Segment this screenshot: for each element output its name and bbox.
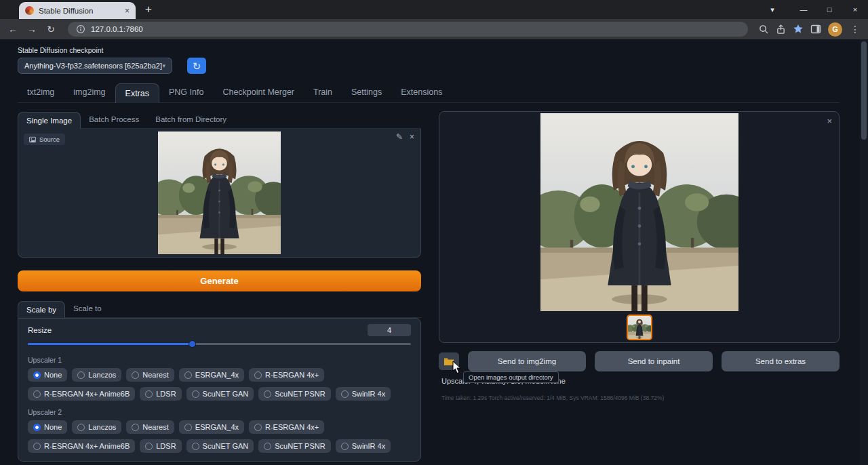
upscaler1-option-ldsr[interactable]: LDSR: [140, 387, 181, 401]
mode-tab-batch-from-directory[interactable]: Batch from Directory: [147, 111, 235, 128]
profile-avatar[interactable]: G: [828, 22, 842, 37]
mode-tab-batch-process[interactable]: Batch Process: [81, 111, 147, 128]
upscaler-options-row: NoneLanczosNearestESRGAN_4xR-ESRGAN 4x+R…: [28, 420, 411, 453]
upscaler2-option-r-esrgan-4x[interactable]: R-ESRGAN 4x+: [249, 420, 324, 434]
radio-icon: [184, 371, 192, 379]
upscaler1-option-lanczos[interactable]: Lanczos: [72, 368, 121, 382]
close-preview-icon[interactable]: ×: [827, 116, 832, 126]
result-thumbnail-image: [628, 316, 651, 339]
upscaler2-option-none[interactable]: None: [28, 420, 67, 434]
upscaler-section-1: Upscaler 1NoneLanczosNearestESRGAN_4xR-E…: [28, 356, 411, 401]
radio-icon: [145, 390, 153, 398]
tab-search-chevron-icon[interactable]: ▾: [760, 0, 785, 19]
scale-settings-panel: Resize 4 Upscaler 1NoneLanczosNearestESR…: [18, 318, 421, 462]
forward-button[interactable]: →: [26, 24, 38, 35]
upscaler1-option-r-esrgan-4x[interactable]: R-ESRGAN 4x+: [249, 368, 324, 382]
slider-thumb[interactable]: [189, 340, 196, 348]
generate-button[interactable]: Generate: [18, 270, 421, 291]
extras-output-column: × Send to img2imgSe: [439, 111, 840, 401]
side-panel-icon[interactable]: [810, 24, 821, 35]
upscaler-option-label: SwinIR 4x: [352, 442, 386, 450]
upscaler-groups: Upscaler 1NoneLanczosNearestESRGAN_4xR-E…: [28, 356, 411, 453]
site-info-icon[interactable]: [76, 24, 85, 34]
upscaler2-option-ldsr[interactable]: LDSR: [140, 439, 181, 453]
upscaler1-option-esrgan-4x[interactable]: ESRGAN_4x: [179, 368, 244, 382]
result-thumbnail[interactable]: [627, 315, 652, 340]
resize-label: Resize: [28, 326, 52, 334]
resize-slider[interactable]: [28, 340, 411, 348]
clear-image-icon[interactable]: ×: [410, 132, 414, 142]
source-chip: Source: [24, 134, 65, 145]
upscaler-option-label: LDSR: [156, 390, 176, 398]
tab-close-icon[interactable]: ×: [125, 6, 130, 16]
upscaler1-option-scunet-psnr[interactable]: ScuNET PSNR: [258, 387, 330, 401]
result-gallery: ×: [439, 111, 840, 343]
upscaler1-option-none[interactable]: None: [28, 368, 67, 382]
upscaler-section-2: Upscaler 2NoneLanczosNearestESRGAN_4xR-E…: [28, 408, 411, 453]
send-to-img2img-button[interactable]: Send to img2img: [468, 351, 586, 371]
browser-tab[interactable]: Stable Diffusion ×: [19, 2, 136, 19]
upscaler1-option-r-esrgan-4x-anime6b[interactable]: R-ESRGAN 4x+ Anime6B: [28, 387, 135, 401]
upscaler-option-label: ESRGAN_4x: [195, 371, 239, 379]
upscaler1-option-nearest[interactable]: Nearest: [126, 368, 174, 382]
refresh-checkpoint-button[interactable]: ↻: [187, 58, 206, 74]
upscaler-option-label: R-ESRGAN 4x+ Anime6B: [44, 390, 130, 398]
url-bar[interactable]: 127.0.0.1:7860: [68, 22, 748, 37]
send-to-inpaint-button[interactable]: Send to inpaint: [595, 351, 713, 371]
scale-tab-scale-to[interactable]: Scale to: [65, 300, 110, 317]
upscaler1-option-scunet-gan[interactable]: ScuNET GAN: [186, 387, 254, 401]
scale-tab-scale-by[interactable]: Scale by: [18, 301, 65, 318]
tab-checkpoint-merger[interactable]: Checkpoint Merger: [213, 83, 304, 102]
window-minimize-button[interactable]: —: [791, 0, 816, 19]
browser-toolbar: ← → ↻ 127.0.0.1:7860 G ⋮: [0, 19, 868, 39]
checkpoint-dropdown[interactable]: Anything-V3-fp32.safetensors [625a2ba2] …: [18, 58, 172, 74]
upscaler2-option-swinir-4x[interactable]: SwinIR 4x: [336, 439, 391, 453]
send-to-extras-button[interactable]: Send to extras: [722, 351, 840, 371]
result-image[interactable]: [540, 113, 738, 311]
tab-png-info[interactable]: PNG Info: [159, 83, 213, 102]
tab-extensions[interactable]: Extensions: [391, 83, 452, 102]
radio-checked-icon: [33, 424, 41, 431]
tab-train[interactable]: Train: [304, 83, 342, 102]
window-maximize-button[interactable]: □: [816, 0, 842, 19]
upscaler1-option-swinir-4x[interactable]: SwinIR 4x: [336, 387, 391, 401]
upscaler-option-label: R-ESRGAN 4x+ Anime6B: [44, 442, 130, 450]
mode-tab-single-image[interactable]: Single Image: [18, 112, 81, 129]
radio-icon: [145, 443, 153, 450]
bookmark-star-icon[interactable]: [793, 24, 804, 35]
upscaler2-option-scunet-gan[interactable]: ScuNET GAN: [186, 439, 254, 453]
resize-value-input[interactable]: 4: [368, 324, 411, 336]
favicon-icon: [25, 6, 34, 15]
upscaler-option-label: ESRGAN_4x: [195, 423, 239, 431]
upscaler-section-label: Upscaler 1: [28, 356, 411, 364]
share-icon[interactable]: [776, 24, 786, 35]
scrollbar-thumb[interactable]: [861, 41, 867, 140]
radio-icon: [77, 371, 85, 379]
radio-icon: [264, 443, 271, 450]
radio-icon: [184, 424, 192, 431]
reload-button[interactable]: ↻: [45, 24, 57, 35]
tab-txt2img[interactable]: txt2img: [18, 83, 64, 102]
result-actions: Send to img2imgSend to inpaintSend to ex…: [439, 351, 840, 371]
upscaler2-option-lanczos[interactable]: Lanczos: [72, 420, 121, 434]
tab-img2img[interactable]: img2img: [64, 83, 115, 102]
upscaler-option-label: ScuNET PSNR: [275, 442, 325, 450]
zoom-icon[interactable]: [759, 24, 769, 35]
page-scrollbar[interactable]: [860, 39, 868, 465]
radio-icon: [341, 443, 349, 450]
tab-extras[interactable]: Extras: [115, 83, 159, 103]
radio-icon: [264, 390, 271, 398]
source-image-area[interactable]: Source ✎ ×: [18, 129, 421, 258]
edit-image-icon[interactable]: ✎: [396, 132, 403, 142]
upscaler2-option-esrgan-4x[interactable]: ESRGAN_4x: [179, 420, 244, 434]
upscaler2-option-r-esrgan-4x-anime6b[interactable]: R-ESRGAN 4x+ Anime6B: [28, 439, 135, 453]
radio-icon: [192, 390, 199, 398]
window-close-button[interactable]: ×: [842, 0, 868, 19]
upscaler2-option-nearest[interactable]: Nearest: [126, 420, 174, 434]
back-button[interactable]: ←: [7, 24, 19, 35]
menu-kebab-icon[interactable]: ⋮: [849, 24, 861, 35]
folder-tooltip: Open images output directory: [463, 371, 559, 383]
new-tab-button[interactable]: +: [145, 3, 152, 16]
upscaler2-option-scunet-psnr[interactable]: ScuNET PSNR: [258, 439, 330, 453]
tab-settings[interactable]: Settings: [342, 83, 391, 102]
